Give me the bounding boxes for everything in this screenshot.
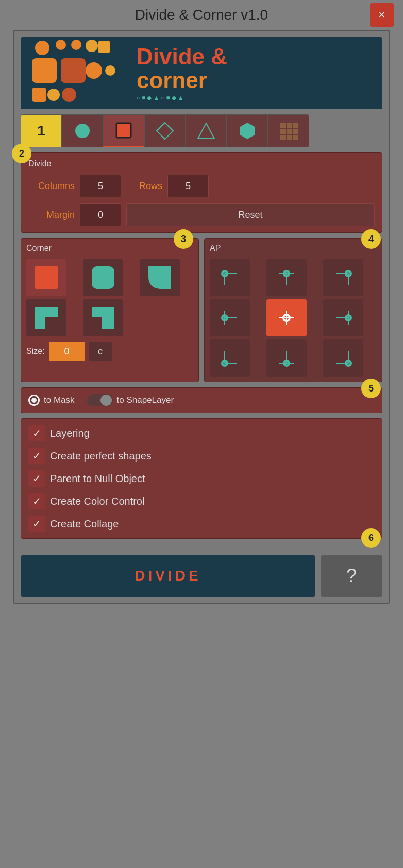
ap-tr-icon — [332, 266, 355, 289]
banner-subtitle: ○■◆▲○■◆▲ — [137, 94, 227, 101]
corner-ap-container: 3 Corner — [21, 238, 382, 382]
cb-row-color-control: ✓ Create Color Control — [28, 493, 375, 509]
banner: Divide & corner ○■◆▲○■◆▲ — [21, 37, 382, 109]
checkboxes-section: 6 ✓ Layering ✓ Create perfect shapes ✓ P… — [21, 418, 382, 539]
color-control-label: Create Color Control — [50, 496, 144, 507]
ap-br-icon — [332, 347, 355, 369]
create-collage-checkbox[interactable]: ✓ — [28, 516, 45, 532]
svg-point-2 — [71, 40, 81, 50]
divide-label: Divide — [28, 159, 375, 168]
tab-button-hexagon[interactable] — [227, 114, 268, 147]
ap-section: 4 AP — [204, 238, 382, 382]
ap-cell-ml[interactable] — [210, 299, 250, 336]
svg-point-3 — [86, 40, 98, 52]
tab-button-grid[interactable] — [268, 114, 309, 147]
ap-ml-icon — [219, 307, 241, 329]
corner-cell-L[interactable] — [26, 299, 66, 336]
divide-button[interactable]: DIVIDE — [21, 555, 315, 597]
circle-icon — [73, 122, 92, 140]
svg-rect-20 — [280, 129, 286, 134]
ap-mc-icon — [275, 307, 298, 329]
badge-5: 5 — [361, 379, 381, 398]
rows-input[interactable] — [167, 175, 209, 197]
ap-tc-icon — [275, 266, 298, 289]
ap-bl-icon — [219, 347, 241, 369]
svg-rect-22 — [293, 129, 298, 134]
title-bar: Divide & Corner v1.0 × — [0, 0, 403, 30]
size-c-input[interactable] — [89, 342, 112, 361]
banner-title: Divide & corner — [137, 45, 227, 92]
cb-row-create-collage: ✓ Create Collage — [28, 516, 375, 532]
help-button[interactable]: ? — [321, 555, 382, 597]
ap-bc-icon — [275, 347, 298, 369]
reset-button[interactable]: Reset — [126, 203, 375, 226]
svg-rect-6 — [61, 58, 86, 83]
corner-cell-cutout[interactable] — [140, 259, 180, 296]
tab-button-square[interactable] — [103, 114, 144, 147]
bottom-row: DIVIDE ? — [21, 555, 382, 597]
svg-marker-16 — [240, 123, 255, 139]
badge-4: 4 — [361, 229, 381, 249]
to-shapelayer-group: to ShapeLayer — [87, 394, 174, 406]
rows-label: Rows — [126, 181, 162, 192]
svg-marker-14 — [157, 123, 173, 139]
app-title: Divide & Corner v1.0 — [135, 7, 268, 23]
corner-L-icon — [35, 307, 58, 329]
corner-cell-notch[interactable] — [83, 299, 123, 336]
hexagon-icon — [238, 122, 257, 140]
ap-mr-icon — [332, 307, 355, 329]
size-label: Size: — [26, 347, 45, 356]
tool-tabs: 1 — [21, 114, 382, 147]
close-button[interactable]: × — [370, 3, 394, 27]
corner-cutout-icon — [148, 266, 171, 289]
cb-row-layering: ✓ Layering — [28, 425, 375, 441]
svg-rect-9 — [32, 88, 46, 102]
ap-cell-tl[interactable] — [210, 259, 250, 296]
svg-rect-11 — [62, 88, 76, 102]
mask-row: 5 to Mask to ShapeLayer — [21, 387, 382, 413]
cb-row-parent-null: ✓ Parent to Null Object — [28, 470, 375, 487]
svg-point-7 — [86, 62, 102, 79]
corner-cell-rounded[interactable] — [83, 259, 123, 296]
perfect-shapes-checkbox[interactable]: ✓ — [28, 448, 45, 464]
ap-label: AP — [210, 244, 377, 253]
tab-button-triangle[interactable] — [186, 114, 227, 147]
ap-cell-tr[interactable] — [323, 259, 363, 296]
columns-input[interactable] — [80, 175, 121, 197]
layering-checkbox[interactable]: ✓ — [28, 425, 45, 441]
square-icon — [114, 121, 133, 140]
corner-notch-icon — [92, 307, 114, 329]
svg-point-10 — [47, 89, 60, 101]
badge-3: 3 — [174, 229, 193, 249]
parent-null-checkbox[interactable]: ✓ — [28, 470, 45, 487]
ap-cell-mc[interactable] — [266, 299, 307, 336]
margin-input[interactable] — [80, 203, 121, 226]
ap-cell-tc[interactable] — [266, 259, 307, 296]
svg-rect-17 — [280, 123, 286, 128]
svg-rect-19 — [293, 123, 298, 128]
to-shapelayer-toggle[interactable] — [87, 394, 113, 406]
ap-tl-icon — [219, 266, 241, 289]
tab-button-diamond[interactable] — [144, 114, 186, 147]
ap-cell-bc[interactable] — [266, 339, 307, 377]
to-mask-radio[interactable] — [28, 395, 40, 406]
tab-button-circle[interactable] — [62, 114, 103, 147]
badge-6: 6 — [361, 528, 381, 548]
layering-label: Layering — [50, 428, 90, 439]
diamond-icon — [156, 122, 174, 140]
svg-point-12 — [75, 124, 90, 138]
color-control-checkbox[interactable]: ✓ — [28, 493, 45, 509]
columns-label: Columns — [28, 181, 75, 192]
triangle-icon — [197, 122, 215, 140]
corner-section: 3 Corner — [21, 238, 199, 382]
main-panel: Divide & corner ○■◆▲○■◆▲ 1 — [13, 30, 390, 604]
to-mask-group: to Mask — [28, 395, 75, 406]
ap-cell-mr[interactable] — [323, 299, 363, 336]
svg-point-0 — [35, 41, 49, 55]
tab-button-1[interactable]: 1 — [21, 114, 62, 147]
ap-cell-br[interactable] — [323, 339, 363, 377]
corner-cell-square[interactable] — [26, 259, 66, 296]
size-input[interactable] — [49, 342, 85, 361]
ap-cell-bl[interactable] — [210, 339, 250, 377]
svg-rect-23 — [280, 135, 286, 140]
